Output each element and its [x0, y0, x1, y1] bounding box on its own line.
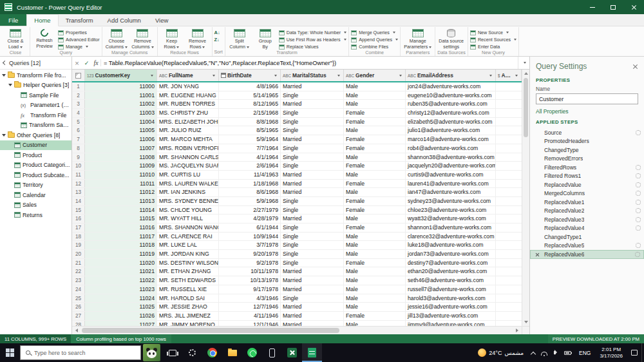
- select-all-corner[interactable]: [72, 70, 85, 81]
- cell[interactable]: Married: [281, 321, 344, 326]
- cell[interactable]: Married: [281, 312, 344, 320]
- row-number[interactable]: 13: [72, 188, 85, 196]
- row-number[interactable]: 9: [72, 153, 85, 162]
- cell[interactable]: chloe23@adventure-works.com: [406, 206, 496, 214]
- cell[interactable]: seth46@adventure-works.com: [406, 276, 496, 285]
- cell[interactable]: 11020: [85, 259, 157, 267]
- row-number[interactable]: 23: [72, 276, 85, 285]
- cell[interactable]: clarence32@adventure-works.com: [406, 233, 496, 241]
- vertical-scroll-thumb[interactable]: [524, 78, 528, 137]
- network-icon[interactable]: [541, 352, 547, 356]
- cell[interactable]: jacquelyn20@adventure-works.com: [406, 162, 496, 170]
- cell[interactable]: Female: [344, 144, 406, 153]
- query-item-calendar[interactable]: Calendar: [0, 190, 71, 200]
- replace-values-button[interactable]: Replace Values: [279, 44, 347, 50]
- cell[interactable]: Male: [344, 126, 406, 135]
- expander-icon[interactable]: [2, 74, 6, 77]
- applied-step-filtered-rows1[interactable]: Filtered Rows1: [530, 172, 644, 181]
- cell[interactable]: MS. CHRISTY ZHU: [157, 109, 219, 117]
- notification-center-icon[interactable]: [631, 350, 638, 356]
- cell[interactable]: Married: [281, 214, 344, 223]
- cell[interactable]: MR. MARCO MEHTA: [157, 135, 219, 144]
- search-box[interactable]: Type here to search: [20, 345, 141, 360]
- cell[interactable]: MRS. LAUREN WALKER: [157, 180, 219, 188]
- column-profiling-status[interactable]: Column profiling based on top 1000 rows: [71, 334, 171, 343]
- cell[interactable]: Married: [281, 276, 344, 285]
- gear-icon[interactable]: [636, 165, 641, 170]
- language-indicator[interactable]: ENG: [574, 350, 595, 356]
- cell[interactable]: Single: [281, 144, 344, 153]
- scroll-up-arrow[interactable]: [522, 70, 529, 77]
- all-properties-link[interactable]: All Properties: [530, 104, 644, 116]
- row-number[interactable]: 7: [72, 135, 85, 144]
- cell[interactable]: Single: [281, 153, 344, 162]
- enter-data-button[interactable]: Enter Data: [470, 44, 516, 50]
- cell[interactable]: [496, 188, 522, 196]
- cell[interactable]: MR. JIMMY MORENO: [157, 321, 219, 326]
- row-number[interactable]: 14: [72, 197, 85, 205]
- cell[interactable]: [496, 118, 522, 126]
- cell[interactable]: Male: [344, 285, 406, 294]
- query-item-product-subcate[interactable]: Product Subcate...: [0, 170, 71, 180]
- cell[interactable]: rob4@adventure-works.com: [406, 144, 496, 153]
- applied-step-replacedvalue2[interactable]: ReplacedValue2: [530, 207, 644, 216]
- applied-step-mergedcolumns[interactable]: MergedColumns: [530, 189, 644, 198]
- row-number[interactable]: 8: [72, 144, 85, 153]
- cell[interactable]: 8/8/1968: [219, 118, 281, 126]
- filter-icon[interactable]: [396, 72, 403, 79]
- cell[interactable]: MR. JORDAN KING: [157, 250, 219, 258]
- cell[interactable]: 5/9/1968: [219, 197, 281, 205]
- cell[interactable]: MRS. SHANNON WANG: [157, 224, 219, 232]
- close-button[interactable]: [623, 0, 644, 14]
- column-header-annua[interactable]: $Annua: [496, 70, 522, 81]
- cell[interactable]: eugene10@adventure-works.com: [406, 91, 496, 100]
- applied-step-replacedvalue4[interactable]: ReplacedValue4: [530, 224, 644, 233]
- cell[interactable]: Single: [281, 91, 344, 100]
- close-and-load-button[interactable]: Close & Load: [3, 28, 28, 50]
- cell[interactable]: MRS. JILL JIMENEZ: [157, 312, 219, 320]
- collapse-queries-icon[interactable]: [3, 61, 7, 65]
- cell[interactable]: 10/9/1944: [219, 233, 281, 241]
- row-number[interactable]: 22: [72, 267, 85, 276]
- cell[interactable]: 6/1/1944: [219, 224, 281, 232]
- row-number[interactable]: 24: [72, 285, 85, 294]
- cell[interactable]: MS. DESTINY WILSON: [157, 259, 219, 267]
- applied-step-removederrors[interactable]: RemovedErrors: [530, 155, 644, 164]
- row-number[interactable]: 3: [72, 100, 85, 108]
- battery-icon[interactable]: [564, 351, 571, 355]
- cell[interactable]: [496, 312, 522, 320]
- cell[interactable]: [496, 233, 522, 241]
- cell[interactable]: 11/4/1963: [219, 171, 281, 179]
- gear-icon[interactable]: [636, 243, 641, 248]
- tab-transform[interactable]: Transform: [59, 14, 100, 26]
- cell[interactable]: 4/1/1964: [219, 153, 281, 162]
- cell[interactable]: 11014: [85, 206, 157, 214]
- applied-step-promotedheaders[interactable]: PromotedHeaders: [530, 137, 644, 146]
- column-header-maritalstatus[interactable]: ABCMaritalStatus: [281, 70, 344, 81]
- cell[interactable]: [496, 294, 522, 303]
- cell[interactable]: Male: [344, 267, 406, 276]
- cell[interactable]: 11017: [85, 233, 157, 241]
- query-name-input[interactable]: [536, 93, 638, 104]
- cell[interactable]: MRS. ELIZABETH JOHNSON: [157, 118, 219, 126]
- cell[interactable]: MS. JACQUELYN SUAREZ: [157, 162, 219, 170]
- cell[interactable]: [496, 153, 522, 162]
- query-item-other-queries-8[interactable]: Other Queries [8]: [0, 130, 71, 140]
- cell[interactable]: [496, 100, 522, 108]
- formula-input[interactable]: = Table.ReplaceValue(ReplacedValue5,"N",…: [101, 60, 518, 66]
- query-item-returns[interactable]: Returns: [0, 210, 71, 220]
- query-item-parameter1-sa[interactable]: Parameter1 (Sa...: [0, 100, 71, 111]
- cell[interactable]: 11005: [85, 126, 157, 135]
- new-source-button[interactable]: New Source: [470, 30, 516, 35]
- expander-icon[interactable]: [8, 84, 12, 86]
- filter-icon[interactable]: [209, 72, 216, 79]
- cell[interactable]: 7/7/1964: [219, 144, 281, 153]
- cell[interactable]: Male: [344, 321, 406, 326]
- task-view-button[interactable]: [162, 343, 182, 362]
- cell[interactable]: 8/6/1968: [219, 188, 281, 196]
- cell[interactable]: 11021: [85, 267, 157, 276]
- cell[interactable]: MS. CHLOE YOUNG: [157, 206, 219, 214]
- column-header-emailaddress[interactable]: ABCEmailAddress: [406, 70, 496, 81]
- cell[interactable]: 4/3/1946: [219, 294, 281, 303]
- tab-view[interactable]: View: [148, 14, 175, 26]
